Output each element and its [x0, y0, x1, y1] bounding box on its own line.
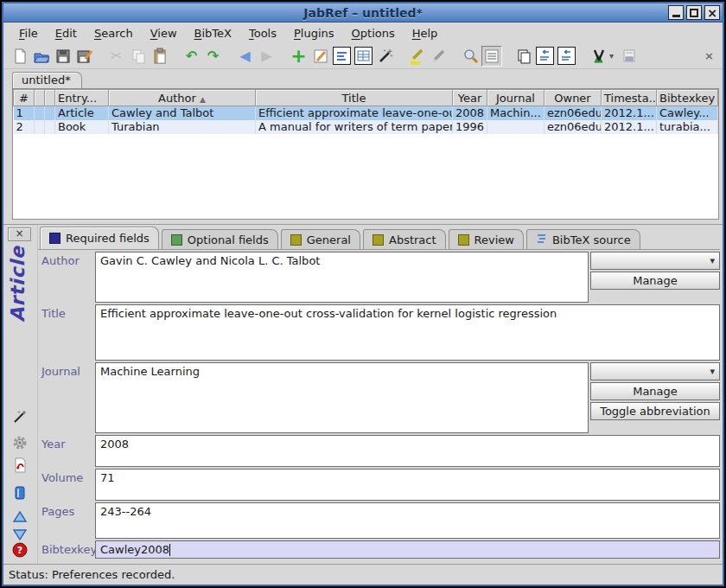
save-database-icon[interactable]: [52, 45, 73, 67]
menu-edit[interactable]: Edit: [47, 25, 86, 42]
move-down-icon[interactable]: [11, 526, 29, 543]
required-fields-panel: Author Gavin C. Cawley and Nicola L. C. …: [38, 249, 720, 564]
push-application-icon[interactable]: [618, 45, 640, 67]
wand-icon[interactable]: [11, 408, 29, 425]
save-as-icon[interactable]: [73, 45, 95, 67]
abstract-icon: [373, 234, 384, 246]
bibtexkey-field-row: Bibtexkey Cawley2008: [38, 540, 720, 559]
menu-view[interactable]: View: [142, 25, 186, 42]
tab-review[interactable]: Review: [449, 229, 524, 249]
unmark-entries-icon[interactable]: [428, 45, 449, 67]
maximize-button[interactable]: [686, 5, 702, 20]
table-row-2[interactable]: 2 Book Turabian A manual for writers of …: [14, 120, 718, 134]
close-button[interactable]: ×: [704, 5, 720, 20]
tab-abstract[interactable]: Abstract: [363, 229, 446, 249]
edit-preamble-icon[interactable]: [354, 47, 373, 65]
tab-general[interactable]: General: [281, 229, 360, 249]
push-dropdown-icon[interactable]: ▾: [609, 51, 618, 61]
year-label: Year: [38, 435, 95, 467]
cleanup-wand-icon[interactable]: [374, 45, 396, 67]
col-title[interactable]: Title: [256, 90, 453, 106]
author-field-row: Author Gavin C. Cawley and Nicola L. C. …: [38, 252, 720, 303]
year-field[interactable]: 2008: [95, 435, 720, 467]
entry-type-label: Article: [7, 246, 29, 322]
menu-options[interactable]: Options: [343, 25, 404, 42]
journal-combobox[interactable]: ▾: [590, 362, 720, 380]
tab-optional-fields[interactable]: Optional fields: [162, 229, 278, 249]
col-icon-1[interactable]: [35, 90, 45, 106]
menu-tools[interactable]: Tools: [240, 25, 285, 42]
menu-plugins[interactable]: Plugins: [285, 25, 343, 42]
cut-icon[interactable]: ✂: [105, 45, 127, 67]
entries-table: # Entry... Author ▲ Title Year Journal O…: [13, 89, 718, 134]
tab-required-fields[interactable]: Required fields: [40, 227, 159, 249]
note-icon[interactable]: [11, 484, 29, 502]
col-timestamp[interactable]: Timesta...: [602, 90, 657, 106]
author-field[interactable]: Gavin C. Cawley and Nicola L. C. Talbot: [95, 252, 589, 303]
forward-icon[interactable]: ▶: [256, 45, 277, 67]
table-row-1-selected[interactable]: 1 Article Cawley and Talbot Efficient ap…: [14, 106, 718, 120]
text-caret: [169, 544, 170, 556]
redo-icon[interactable]: ↷: [202, 45, 224, 67]
general-icon: [290, 234, 302, 246]
help-icon[interactable]: ?: [11, 541, 29, 559]
menu-help[interactable]: Help: [404, 25, 447, 42]
gear-icon[interactable]: [11, 434, 29, 451]
pages-field[interactable]: 243--264: [95, 502, 720, 539]
title-field[interactable]: Efficient approximate leave-one-out cros…: [95, 304, 720, 361]
col-year[interactable]: Year: [453, 90, 487, 106]
menu-bar: File Edit Search View BibTeX Tools Plugi…: [3, 22, 723, 43]
sort-ascending-icon: ▲: [200, 95, 206, 104]
open-database-icon[interactable]: [30, 45, 52, 67]
journal-manage-button[interactable]: Manage: [590, 382, 720, 400]
entry-editor-close-button[interactable]: ×: [8, 227, 31, 241]
mark-entries-icon[interactable]: [406, 45, 428, 67]
col-entrytype[interactable]: Entry...: [55, 90, 109, 106]
title-label: Title: [38, 304, 95, 361]
tab-bibtex-source[interactable]: BibTeX source: [526, 229, 640, 249]
toggle-abbreviation-button[interactable]: Toggle abbreviation: [590, 402, 720, 420]
database-tab-untitled[interactable]: untitled*: [12, 72, 82, 88]
edit-entry-icon[interactable]: [309, 45, 331, 67]
new-entry-icon[interactable]: +: [288, 45, 309, 67]
col-icon-2[interactable]: [45, 90, 55, 106]
toggle-search-panel-icon[interactable]: [481, 46, 502, 67]
database-tab-strip: untitled*: [3, 69, 723, 88]
new-database-icon[interactable]: [9, 45, 30, 67]
undo-icon[interactable]: ↶: [181, 45, 202, 67]
pdf-icon[interactable]: [11, 457, 29, 474]
author-manage-button[interactable]: Manage: [590, 272, 720, 290]
optional-fields-icon: [171, 234, 182, 246]
bibtexkey-field[interactable]: Cawley2008: [95, 540, 720, 559]
window-controls: ×: [668, 5, 723, 20]
paste-icon[interactable]: [149, 45, 170, 67]
search-icon[interactable]: [460, 45, 481, 67]
author-name-format-combobox[interactable]: ▾: [590, 252, 720, 270]
volume-field[interactable]: 71: [95, 469, 720, 501]
volume-field-row: Volume 71: [38, 469, 720, 501]
col-number[interactable]: #: [14, 90, 35, 106]
volume-label: Volume: [38, 469, 95, 501]
menu-file[interactable]: File: [10, 25, 47, 42]
move-up-icon[interactable]: [11, 508, 29, 526]
fetch-citeseer-icon[interactable]: [557, 47, 576, 65]
fetch-medline-icon[interactable]: [536, 47, 554, 65]
journal-field[interactable]: Machine Learning: [95, 362, 589, 433]
menu-search[interactable]: Search: [86, 25, 142, 42]
toolbar-close-icon[interactable]: ×: [704, 49, 717, 62]
edit-strings-icon[interactable]: [333, 47, 351, 65]
col-owner[interactable]: Owner: [544, 90, 602, 106]
lyx-pipe-icon[interactable]: [588, 45, 609, 67]
col-author[interactable]: Author ▲: [109, 90, 256, 106]
copy-icon[interactable]: [127, 45, 149, 67]
bibtexkey-label: Bibtexkey: [38, 540, 95, 559]
col-journal[interactable]: Journal: [487, 90, 544, 106]
copy-citation-icon[interactable]: [513, 45, 534, 67]
window-title: JabRef – untitled*: [3, 6, 723, 20]
col-bibtexkey[interactable]: Bibtexkey: [657, 90, 718, 106]
minimize-button[interactable]: [668, 5, 684, 20]
bibtex-source-icon: [536, 233, 547, 246]
back-icon[interactable]: ◀: [234, 45, 256, 67]
menu-bibtex[interactable]: BibTeX: [186, 25, 240, 42]
required-fields-icon: [49, 233, 60, 244]
